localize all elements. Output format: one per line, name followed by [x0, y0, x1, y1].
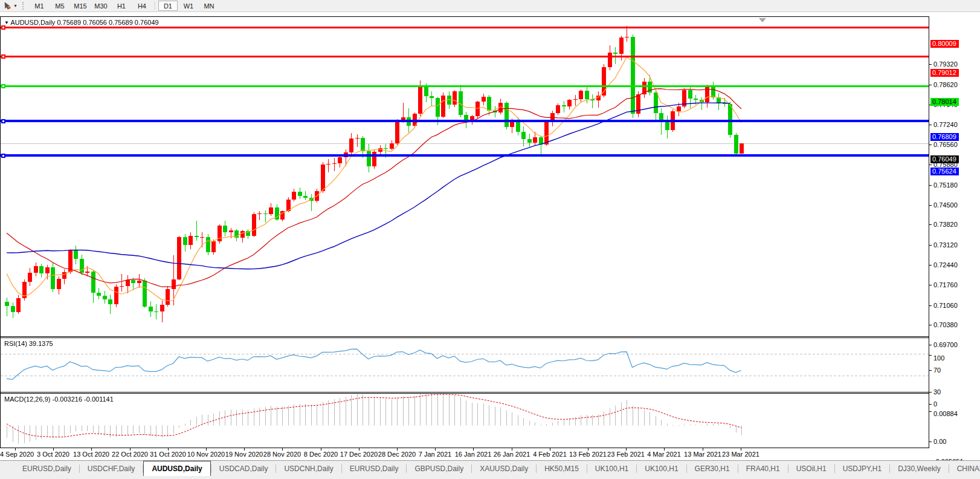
rsi-tick-label: 0	[933, 400, 937, 408]
price-tick-label: 0.71060	[933, 302, 958, 309]
horizontal-line-0.76809[interactable]	[1, 120, 929, 122]
date-tick-label: 13 Mar 2021	[684, 451, 721, 458]
trading-platform-window: ▼ M1M5M15M30H1H4D1W1MN ▼ AUDUSD,Daily 0.…	[0, 0, 980, 479]
price-tick-label: 0.76560	[933, 141, 958, 148]
axis-tick-mark	[929, 345, 932, 345]
date-tick-label: 13 Oct 2020	[73, 451, 109, 458]
date-tick-label: 17 Dec 2020	[340, 451, 378, 458]
axis-tick-mark	[929, 185, 932, 186]
line-price-label: 0.75624	[930, 168, 959, 175]
cursor-tool-caret[interactable]: ▼	[13, 4, 18, 8]
price-tick-label: 0.78620	[933, 81, 958, 88]
timeframe-button-h1[interactable]: H1	[112, 1, 131, 11]
price-tick-label: 0.69700	[933, 341, 958, 348]
date-tick-label: 24 Sep 2020	[0, 451, 34, 458]
line-handle-icon[interactable]	[1, 154, 5, 158]
chart-symbol-period: AUDUSD,Daily	[10, 19, 55, 26]
axis-tick-mark	[929, 442, 932, 442]
axis-tick-mark	[929, 404, 932, 405]
axis-tick-mark	[929, 85, 932, 85]
chart-tab-usdjpy-h1[interactable]: USDJPY,H1	[835, 461, 889, 476]
line-price-label: 0.78014	[930, 98, 959, 106]
chart-title-collapse-icon[interactable]: ▼	[4, 20, 9, 25]
price-tick-label: 0.72440	[933, 261, 958, 269]
timeframe-button-m1[interactable]: M1	[30, 1, 49, 11]
chart-tab-ger30-h1[interactable]: GER30,H1	[687, 461, 738, 476]
rsi-panel-bottom-border	[0, 392, 929, 393]
date-tick-label: 22 Oct 2020	[112, 451, 148, 458]
macd-tick-label: 0.00	[933, 438, 946, 445]
chart-tab-uk100-h1[interactable]: UK100,H1	[587, 461, 636, 476]
date-tick-label: 3 Oct 2020	[37, 451, 69, 458]
line-handle-icon[interactable]	[1, 119, 5, 123]
date-tick-label: 4 Feb 2021	[533, 451, 567, 458]
date-tick-label: 19 Nov 2020	[225, 451, 263, 458]
date-tick-label: 13 Feb 2021	[569, 451, 607, 458]
axis-tick-mark	[929, 165, 932, 165]
chart-tab-dj30-weekly[interactable]: DJ30,Weekly	[890, 461, 948, 476]
rsi-tick-label: 100	[933, 354, 944, 362]
date-tick-label: 23 Feb 2021	[607, 451, 645, 458]
chart-tab-usoil-h1[interactable]: USOil,H1	[788, 461, 834, 476]
rsi-tick-label: 30	[933, 388, 941, 396]
chart-title: ▼ AUDUSD,Daily 0.75689 0.76056 0.75689 0…	[4, 19, 159, 26]
axis-tick-mark	[929, 205, 932, 206]
timeframe-button-d1[interactable]: D1	[158, 1, 178, 11]
axis-tick-mark	[929, 224, 932, 225]
timeframe-button-mn[interactable]: MN	[199, 1, 219, 11]
timeframe-button-m5[interactable]: M5	[50, 1, 69, 11]
axis-tick-mark	[929, 285, 932, 285]
price-tick-label: 0.73120	[933, 241, 958, 249]
chart-tab-bar: EURUSD,DailyUSDCHF,DailyAUDUSD,DailyUSDC…	[0, 460, 980, 479]
macd-indicator-chart[interactable]	[1, 394, 929, 447]
price-axis[interactable]: 0.793200.786200.779400.772400.765600.758…	[929, 16, 980, 448]
horizontal-line-0.78014[interactable]	[1, 85, 929, 87]
chart-tab-china300-h1[interactable]: CHINA300,H1	[949, 461, 980, 476]
chart-tabs: EURUSD,DailyUSDCHF,DailyAUDUSD,DailyUSDC…	[0, 461, 980, 476]
timeframe-button-w1[interactable]: W1	[179, 1, 198, 11]
line-handle-icon[interactable]	[1, 54, 5, 59]
axis-tick-mark	[929, 245, 932, 246]
price-tick-label: 0.74500	[933, 201, 958, 209]
main-price-chart[interactable]	[1, 17, 929, 336]
cursor-tool-icon[interactable]	[1, 1, 13, 10]
line-price-label: 0.79012	[930, 69, 959, 77]
timeframe-buttons: M1M5M15M30H1H4D1W1MN	[29, 1, 219, 11]
axis-tick-mark	[929, 325, 932, 325]
horizontal-line-0.80009[interactable]	[1, 27, 929, 28]
line-price-label: 0.76809	[930, 133, 959, 141]
time-axis[interactable]: 24 Sep 20203 Oct 202013 Oct 202022 Oct 2…	[0, 448, 929, 460]
chart-tab-uk100-h1[interactable]: UK100,H1	[637, 461, 686, 476]
chart-tab-fra40-h1[interactable]: FRA40,H1	[738, 461, 788, 476]
macd-tick-label: 0.00884	[933, 410, 958, 417]
chart-tab-usdcnh-daily[interactable]: USDCNH,Daily	[276, 461, 341, 476]
rsi-indicator-chart[interactable]	[1, 338, 929, 391]
chart-tab-audusd-daily[interactable]: AUDUSD,Daily	[143, 461, 210, 476]
horizontal-line-0.79012[interactable]	[1, 56, 929, 57]
macd-label: MACD(12,26,9) -0.003216 -0.001141	[4, 396, 114, 403]
chart-shift-marker[interactable]	[759, 18, 766, 22]
chart-tab-eurusd-daily[interactable]: EURUSD,Daily	[15, 461, 79, 476]
date-tick-label: 26 Jan 2021	[494, 451, 530, 458]
line-handle-icon[interactable]	[1, 84, 5, 88]
chart-tab-usdcad-daily[interactable]: USDCAD,Daily	[211, 461, 276, 476]
line-price-label: 0.80009	[930, 40, 959, 48]
horizontal-line-0.75624[interactable]	[1, 154, 929, 157]
price-tick-label: 0.77240	[933, 121, 958, 128]
chart-tab-xauusd-daily[interactable]: XAUUSD,Daily	[472, 461, 536, 476]
toolbar-grip-handle[interactable]	[22, 2, 27, 10]
rsi-label: RSI(14) 39.1375	[4, 340, 53, 347]
timeframe-button-m30[interactable]: M30	[91, 1, 111, 11]
chart-tab-gbpusd-daily[interactable]: GBPUSD,Daily	[407, 461, 471, 476]
main-panel-bottom-border	[0, 336, 929, 337]
chart-tab-usdchf-daily[interactable]: USDCHF,Daily	[80, 461, 143, 476]
timeframe-button-m15[interactable]: M15	[71, 1, 90, 11]
axis-tick-mark	[929, 145, 932, 145]
chart-tab-eurusd-daily[interactable]: EURUSD,Daily	[342, 461, 407, 476]
price-tick-label: 0.70380	[933, 321, 958, 328]
crosshair-pointer-icon	[4, 2, 11, 10]
axis-tick-mark	[929, 370, 932, 371]
line-handle-icon[interactable]	[1, 25, 5, 30]
timeframe-button-h4[interactable]: H4	[132, 1, 152, 11]
chart-tab-hk50-m15[interactable]: HK50,M15	[537, 461, 587, 476]
